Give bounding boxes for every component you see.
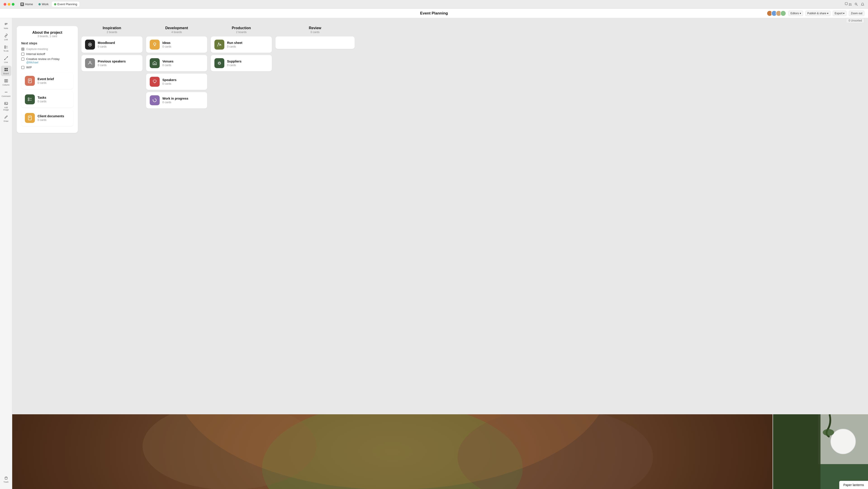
inspiration-title: Inspiration bbox=[82, 26, 143, 30]
sidebar-item-add-image[interactable]: Add image bbox=[1, 99, 11, 112]
svg-point-21 bbox=[6, 92, 6, 93]
run-sheet-icon bbox=[214, 39, 224, 50]
board-card-tasks[interactable]: Tasks 0 cards bbox=[21, 91, 73, 108]
board-icon bbox=[4, 67, 9, 72]
board-card-run-sheet[interactable]: Run sheet 0 cards bbox=[211, 36, 272, 53]
board-info-speakers: Speakers 0 cards bbox=[162, 78, 177, 85]
board-name-event-brief: Event brief bbox=[37, 77, 54, 81]
sidebar-item-line[interactable]: Line bbox=[1, 54, 11, 65]
board-card-ideas[interactable]: Ideas 0 cards bbox=[146, 36, 207, 53]
svg-point-42 bbox=[89, 61, 91, 63]
app-logo: M bbox=[20, 2, 24, 6]
board-info-suppliers: Suppliers 0 cards bbox=[227, 60, 242, 67]
svg-rect-33 bbox=[28, 98, 29, 99]
tab-home-label: Home bbox=[25, 2, 33, 6]
column-inspiration: Inspiration 2 boards Moodboard 0 cards P… bbox=[82, 26, 143, 244]
board-count-ideas: 0 cards bbox=[162, 45, 171, 48]
checkbox-2[interactable] bbox=[21, 58, 24, 61]
tab-bar: M Home Work Event Planning bbox=[18, 2, 434, 7]
tab-home[interactable]: M Home bbox=[18, 2, 35, 7]
development-header: Development 4 boards bbox=[146, 26, 207, 34]
svg-rect-35 bbox=[28, 99, 29, 101]
wip-icon bbox=[150, 95, 160, 105]
review-header: Review 0 cards bbox=[276, 26, 354, 34]
sidebar-item-todo[interactable]: To-do bbox=[1, 43, 11, 53]
about-subtitle: 3 boards, 1 card bbox=[21, 35, 73, 38]
sidebar-item-board[interactable]: Board bbox=[1, 66, 11, 76]
column-label: Column bbox=[2, 84, 9, 86]
checklist-item-1[interactable]: Internal kickoff bbox=[21, 52, 73, 56]
column-production: Production 2 boards Run sheet 0 cards Su… bbox=[211, 26, 272, 244]
checklist-item-0[interactable]: Capture meeting bbox=[21, 47, 73, 51]
suppliers-icon bbox=[214, 58, 224, 68]
checklist-item-3[interactable]: WIP bbox=[21, 66, 73, 69]
board-info-prev-speakers: Previous speakers 0 cards bbox=[98, 60, 126, 67]
sidebar-item-note[interactable]: Note bbox=[1, 20, 11, 31]
tab-event-planning[interactable]: Event Planning bbox=[52, 2, 80, 7]
board-name-prev-speakers: Previous speakers bbox=[98, 60, 126, 63]
svg-point-23 bbox=[6, 92, 7, 93]
svg-rect-37 bbox=[28, 116, 31, 120]
checkbox-0[interactable] bbox=[21, 48, 24, 51]
board-card-venues[interactable]: Venues 0 cards bbox=[146, 55, 207, 71]
sidebar-item-column[interactable]: Column bbox=[1, 77, 11, 87]
svg-point-12 bbox=[4, 59, 5, 60]
note-label: Note bbox=[4, 27, 8, 29]
board-count-prev-speakers: 0 cards bbox=[98, 64, 126, 67]
sidebar-item-draw[interactable]: Draw bbox=[1, 113, 11, 124]
page-title: Event Planning bbox=[420, 11, 434, 16]
board-card-client-docs[interactable]: Client documents 0 cards bbox=[21, 110, 73, 126]
board-card-event-brief[interactable]: Event brief 0 cards bbox=[21, 73, 73, 89]
board-name-speakers: Speakers bbox=[162, 78, 177, 82]
board-card-previous-speakers[interactable]: Previous speakers 0 cards bbox=[82, 55, 143, 71]
board-card-suppliers[interactable]: Suppliers 0 cards bbox=[211, 55, 272, 71]
board-info-ideas: Ideas 0 cards bbox=[162, 41, 171, 48]
board-name-suppliers: Suppliers bbox=[227, 60, 242, 63]
tab-work[interactable]: Work bbox=[36, 2, 51, 7]
svg-rect-8 bbox=[4, 46, 6, 47]
inspiration-subtitle: 2 boards bbox=[82, 31, 143, 34]
checklist-text-0: Capture meeting bbox=[26, 47, 48, 51]
traffic-lights bbox=[4, 3, 14, 6]
titlebar: M Home Work Event Planning 21 bbox=[0, 0, 434, 9]
tab-event-dot bbox=[54, 3, 56, 5]
main-content: About the project 3 boards, 1 card Next … bbox=[12, 22, 434, 244]
board-count-speakers: 0 cards bbox=[162, 82, 177, 85]
board-count-tasks: 0 cards bbox=[37, 100, 46, 103]
board-count-venues: 0 cards bbox=[162, 64, 174, 67]
about-card: About the project 3 boards, 1 card Next … bbox=[17, 26, 78, 133]
development-subtitle: 4 boards bbox=[146, 31, 207, 34]
venues-icon bbox=[150, 58, 160, 68]
ideas-icon bbox=[150, 39, 160, 50]
column-icon bbox=[4, 78, 9, 83]
review-subtitle: 0 cards bbox=[276, 31, 354, 34]
checklist-text-3: WIP bbox=[26, 66, 32, 69]
svg-rect-46 bbox=[154, 63, 155, 65]
sidebar-item-comment[interactable]: Comment bbox=[1, 88, 11, 99]
svg-rect-15 bbox=[6, 68, 8, 69]
moodboard-icon bbox=[85, 39, 95, 50]
minimize-button[interactable] bbox=[8, 3, 10, 6]
checkbox-1[interactable] bbox=[21, 53, 24, 56]
review-placeholder bbox=[276, 36, 354, 49]
column-about: About the project 3 boards, 1 card Next … bbox=[17, 26, 78, 244]
board-info-venues: Venues 0 cards bbox=[162, 60, 174, 67]
link-icon bbox=[4, 33, 9, 38]
checklist-item-2[interactable]: Creative review on Friday @Michael bbox=[21, 57, 73, 64]
svg-rect-20 bbox=[7, 80, 8, 82]
tasks-icon bbox=[25, 94, 35, 104]
board-card-speakers[interactable]: Speakers 0 cards bbox=[146, 74, 207, 90]
board-info-wip: Work in progress 0 cards bbox=[162, 97, 188, 104]
production-subtitle: 2 boards bbox=[211, 31, 272, 34]
svg-rect-14 bbox=[4, 68, 6, 69]
svg-rect-17 bbox=[6, 70, 8, 71]
board-count-client-docs: 0 cards bbox=[37, 118, 64, 121]
comment-label: Comment bbox=[2, 95, 10, 97]
sidebar-item-link[interactable]: Link bbox=[1, 32, 11, 42]
fullscreen-button[interactable] bbox=[12, 3, 14, 6]
board-card-moodboard[interactable]: Moodboard 0 cards bbox=[82, 36, 143, 53]
board-card-wip[interactable]: Work in progress 0 cards bbox=[146, 92, 207, 109]
board-name-moodboard: Moodboard bbox=[98, 41, 115, 45]
close-button[interactable] bbox=[4, 3, 6, 6]
checkbox-3[interactable] bbox=[21, 66, 24, 69]
